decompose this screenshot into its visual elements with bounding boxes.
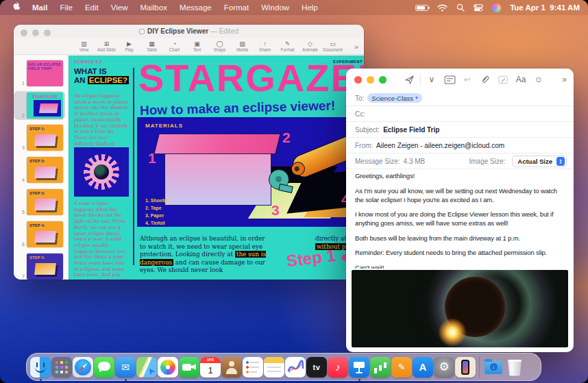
- dock-app-pages[interactable]: ✎: [391, 354, 412, 380]
- dock-app-contacts[interactable]: [221, 354, 242, 380]
- menu-bar-clock[interactable]: Tue Apr 1 9:41 AM: [510, 3, 580, 12]
- apple-menu[interactable]: [8, 2, 26, 13]
- message-size-value: 4.3 MB: [404, 158, 426, 165]
- keynote-titlebar[interactable]: DIY Eclipse Viewer — Edited: [14, 25, 364, 38]
- dock-app-safari[interactable]: [73, 354, 93, 380]
- toolbar-text[interactable]: ▣Text: [186, 40, 208, 52]
- dock-app-music[interactable]: ♪: [328, 354, 348, 380]
- apple-tv-icon: tv: [306, 357, 327, 378]
- cc-field[interactable]: Cc:: [346, 106, 574, 122]
- running-indicator: [358, 379, 360, 381]
- close-button[interactable]: [354, 76, 362, 84]
- mail-more-button[interactable]: »: [562, 75, 567, 84]
- toolbar-label: Share: [254, 47, 276, 52]
- notes-icon: [264, 357, 284, 378]
- dock-app-messages[interactable]: [94, 354, 114, 380]
- from-field[interactable]: From: Aileen Zeigen - aileen.zeigen@iclo…: [346, 138, 574, 153]
- dock-app-appstore[interactable]: A: [413, 354, 433, 380]
- menu-edit[interactable]: Edit: [79, 3, 105, 12]
- dock-app-downloads[interactable]: [483, 354, 504, 380]
- subject-field[interactable]: Subject: Eclipse Field Trip: [346, 122, 574, 138]
- toolbar-label: View: [73, 47, 95, 52]
- mail-body-editor[interactable]: Greetings, earthlings!As I'm sure you al…: [355, 171, 565, 269]
- dock-app-launchpad[interactable]: [51, 354, 72, 380]
- dock-app-notes[interactable]: [264, 354, 284, 380]
- dock-app-maps[interactable]: [136, 354, 157, 380]
- battery-icon[interactable]: [415, 5, 428, 11]
- slide-canvas[interactable]: SCIENCE 6.2 EXPERIMENT #11 WHAT IS AN EC…: [69, 55, 364, 280]
- keynote-window: DIY Eclipse Viewer — Edited » ▥View⊞Add …: [14, 25, 364, 280]
- slide-thumbnail-1[interactable]: 1SOLAR ECLIPSE FIELD TRIP!: [14, 59, 65, 88]
- toolbar-overflow-button[interactable]: »: [354, 42, 360, 51]
- send-button[interactable]: [400, 73, 418, 86]
- toolbar-format[interactable]: ✎Format: [276, 40, 299, 52]
- slide-thumbnail-4[interactable]: 4STEP 2:: [14, 156, 65, 184]
- dock-app-reminders[interactable]: [243, 354, 263, 380]
- menu-bar: MailFileEditViewMailboxMessageFormatWind…: [0, 0, 588, 15]
- thumb-label: STEP 2:: [27, 157, 63, 163]
- keynote-toolbar: » ▥View⊞Add Slide▶Play▦Table◔Chart▣Text◯…: [14, 38, 364, 55]
- toolbar-table[interactable]: ▦Table: [140, 40, 163, 52]
- calendar-icon: APR1: [200, 357, 221, 378]
- slide-thumbnail-7[interactable]: 7STEP 5:: [14, 252, 65, 280]
- dock-app-calendar[interactable]: APR1: [200, 354, 221, 380]
- menu-mailbox[interactable]: Mailbox: [134, 3, 173, 12]
- format-button[interactable]: Aa: [512, 73, 530, 86]
- search-icon[interactable]: [456, 3, 465, 12]
- dock-app-keynote[interactable]: [349, 354, 369, 380]
- reply-arrow-icon: ↩: [464, 75, 471, 84]
- dock-app-mail[interactable]: ✉: [115, 354, 136, 380]
- menu-help[interactable]: Help: [295, 3, 324, 12]
- dock-app-facetime[interactable]: [179, 354, 199, 380]
- keynote-icon: [349, 357, 369, 378]
- minimize-button[interactable]: [367, 76, 374, 84]
- menu-file[interactable]: File: [53, 3, 79, 12]
- toolbar-share[interactable]: ↑Share: [254, 40, 276, 52]
- image-size-select[interactable]: Actual Size ▴▾: [512, 156, 567, 167]
- dock-app-finder[interactable]: [30, 354, 51, 380]
- toolbar-label: Play: [118, 47, 140, 52]
- toolbar-play[interactable]: ▶Play: [118, 40, 140, 52]
- document-proxy-icon[interactable]: [139, 29, 145, 34]
- menu-mail[interactable]: Mail: [26, 3, 53, 12]
- toolbar-add-slide[interactable]: ⊞Add Slide: [95, 40, 118, 52]
- toolbar-media[interactable]: ▨Media: [231, 40, 254, 52]
- control-center-icon[interactable]: [474, 4, 483, 12]
- dock-app-numbers[interactable]: [370, 354, 391, 380]
- toolbar-animate[interactable]: ◇Animate: [299, 40, 321, 52]
- zoom-button[interactable]: [379, 76, 387, 84]
- emoji-button[interactable]: ☺: [530, 73, 548, 86]
- wifi-icon[interactable]: [437, 4, 448, 12]
- send-options-button[interactable]: ∨: [423, 73, 441, 86]
- dock-app-tv[interactable]: tv: [306, 354, 327, 380]
- to-field[interactable]: To: Science-Class▾: [346, 90, 574, 106]
- slide-thumbnail-3[interactable]: 3STEP 1:: [14, 123, 65, 152]
- format-icon: ✎: [276, 40, 299, 47]
- header-fields-button[interactable]: [441, 73, 458, 86]
- toolbar-label: Add Slide: [95, 47, 118, 52]
- dock-app-iphone-mirroring[interactable]: [455, 354, 476, 380]
- body-paragraph: Reminder: Every student needs to bring t…: [355, 248, 565, 257]
- toolbar-chart[interactable]: ◔Chart: [163, 40, 186, 52]
- slide-number: 2: [14, 113, 25, 119]
- menu-message[interactable]: Message: [173, 3, 218, 12]
- recipient-token[interactable]: Science-Class▾: [367, 93, 421, 103]
- siri-icon[interactable]: [492, 3, 501, 12]
- slide-thumbnail-5[interactable]: 5STEP 3:: [14, 188, 65, 217]
- dock-app-photos[interactable]: [158, 354, 178, 380]
- sun-eclipse-icon: [84, 154, 119, 190]
- attach-button[interactable]: [476, 73, 494, 86]
- dock-app-freeform[interactable]: [285, 354, 306, 380]
- toolbar-shape[interactable]: ◯Shape: [208, 40, 231, 52]
- menu-format[interactable]: Format: [218, 3, 255, 12]
- slide-thumbnail-6[interactable]: 6STEP 4:: [14, 220, 65, 249]
- menu-window[interactable]: Window: [255, 3, 295, 12]
- toolbar-document[interactable]: ▭Document: [321, 40, 344, 52]
- dock-app-trash[interactable]: [504, 354, 525, 380]
- menu-view[interactable]: View: [105, 3, 134, 12]
- slide-thumbnail-2[interactable]: 2STARGAZER: [14, 91, 65, 120]
- dock-app-settings[interactable]: ⚙: [434, 354, 454, 380]
- shoebox-lid: [154, 134, 280, 154]
- mail-toolbar[interactable]: ∨↩Aa☺ »: [346, 69, 574, 90]
- toolbar-view[interactable]: ▥View: [73, 40, 95, 52]
